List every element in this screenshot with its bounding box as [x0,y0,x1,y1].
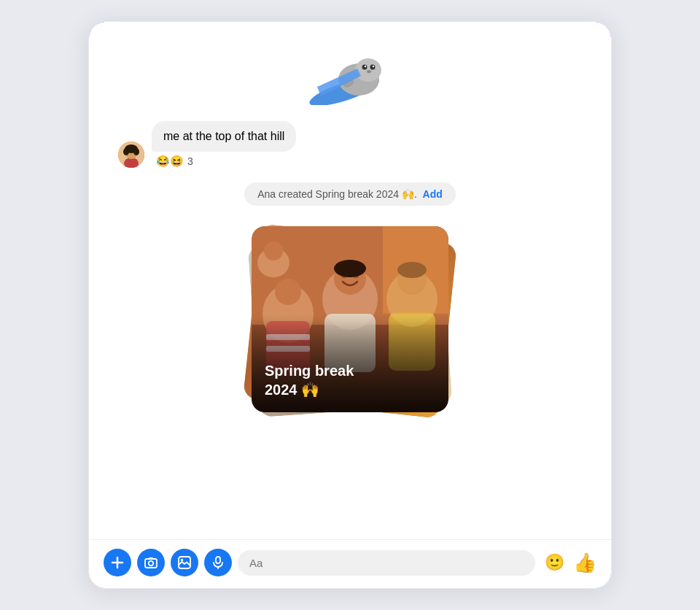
plus-icon [111,556,124,569]
microphone-button[interactable] [204,549,232,576]
svg-rect-33 [383,226,448,314]
sticker [306,39,394,105]
camera-icon [144,556,158,569]
thumbs-up-button[interactable]: 👍 [573,552,596,574]
message-text: me at the top of that hill [163,130,284,142]
sticker-svg [306,39,394,105]
svg-point-40 [149,561,153,565]
svg-point-7 [367,70,371,73]
sticker-container [118,39,582,105]
reaction-count: 3 [187,155,193,167]
album-stack[interactable]: Spring break2024 🙌 [118,226,582,423]
album-title: Spring break2024 🙌 [265,361,354,399]
svg-point-19 [275,279,301,305]
messenger-window: me at the top of that hill 😂😆 3 Ana crea… [88,20,612,590]
emoji-icon: 🙂 [545,553,564,572]
messenger-inner: me at the top of that hill 😂😆 3 Ana crea… [89,22,611,588]
notification-pill: Ana created Spring break 2024 🙌. Add [244,182,456,206]
svg-point-43 [181,559,184,562]
gallery-icon [178,556,191,569]
system-notification: Ana created Spring break 2024 🙌. Add [118,182,582,206]
svg-rect-41 [149,557,153,560]
avatar [118,142,144,168]
add-link[interactable]: Add [423,188,443,200]
gallery-button[interactable] [171,549,198,576]
svg-point-15 [133,148,139,155]
reactions: 😂😆 3 [152,155,296,168]
svg-point-6 [373,66,374,67]
message-bubble-group: me at the top of that hill 😂😆 3 [152,121,296,168]
input-toolbar: 🙂 👍 [89,539,611,588]
microphone-icon [211,556,225,569]
thumbs-up-icon: 👍 [573,552,596,574]
svg-point-14 [123,148,129,155]
message-bubble: me at the top of that hill [152,121,296,152]
album-image: Spring break2024 🙌 [252,226,448,412]
svg-point-4 [370,65,376,70]
emoji-button[interactable]: 🙂 [541,549,567,576]
reaction-emojis: 😂😆 [156,155,184,168]
camera-button[interactable] [137,549,165,576]
svg-point-27 [334,260,366,277]
plus-button[interactable] [104,549,131,576]
message-row: me at the top of that hill 😂😆 3 [118,121,582,168]
svg-point-5 [365,66,366,67]
svg-point-35 [264,242,283,260]
notification-text: Ana created Spring break 2024 🙌. Add [257,188,443,200]
message-input[interactable] [238,550,535,576]
chat-area: me at the top of that hill 😂😆 3 Ana crea… [89,22,611,539]
svg-rect-44 [216,557,220,563]
svg-rect-39 [145,559,157,568]
svg-point-2 [355,58,381,82]
photo-scene: Spring break2024 🙌 [252,226,448,412]
svg-point-3 [362,65,368,70]
album-card-front[interactable]: Spring break2024 🙌 [252,226,448,412]
